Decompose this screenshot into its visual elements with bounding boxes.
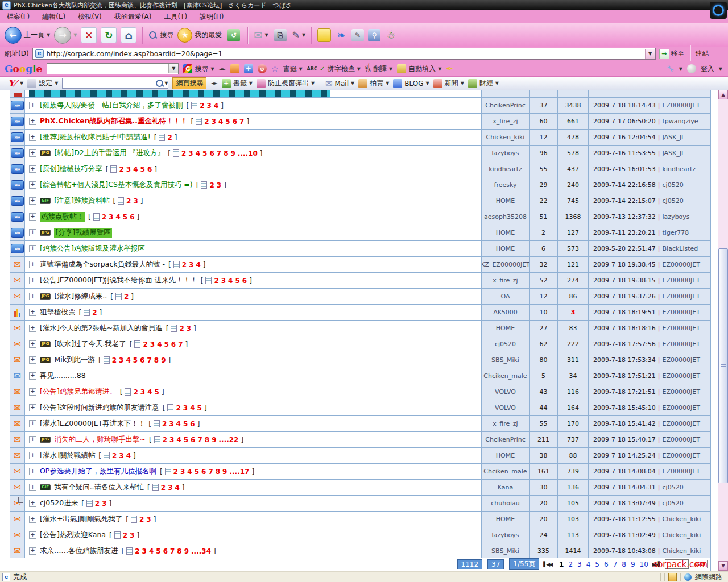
expand-icon[interactable]: +	[29, 468, 36, 475]
links-label[interactable]: 連結	[696, 49, 709, 59]
expand-icon[interactable]: +	[29, 547, 36, 555]
page-link[interactable]: 3	[183, 404, 188, 412]
thread-author[interactable]: HOME	[482, 241, 530, 256]
last-poster[interactable]: EZ00000JET	[663, 340, 700, 348]
page-link[interactable]: 3	[130, 531, 134, 539]
thread-author[interactable]: x_fire_zj	[482, 416, 530, 431]
thread-title-link[interactable]: [注意]雞族資料帖	[54, 196, 109, 206]
page-link[interactable]: 5	[235, 277, 239, 285]
page-link[interactable]: 3	[140, 388, 145, 396]
page-link[interactable]: 3	[119, 356, 123, 364]
expand-icon[interactable]: +	[29, 134, 36, 141]
page-link[interactable]: 6	[147, 165, 152, 173]
page-link[interactable]: 3	[102, 500, 106, 508]
thread-author[interactable]: SBS_Miki	[482, 352, 530, 368]
expand-icon[interactable]: +	[29, 309, 36, 316]
back-button[interactable]: ← 上一頁 ▼	[5, 27, 50, 44]
messenger-icon[interactable]: ❧	[335, 29, 348, 41]
page-link[interactable]: 7	[178, 340, 183, 348]
popup-blocker-button[interactable]: 防止視窗彈出 ▼	[257, 78, 315, 88]
page-link[interactable]: 3	[180, 468, 185, 476]
page-link[interactable]: 2	[179, 325, 184, 332]
expand-icon[interactable]: +	[29, 436, 36, 443]
page-link[interactable]: 4	[196, 261, 200, 269]
page-link[interactable]: 2	[209, 181, 214, 189]
thread-title-link[interactable]: 鸡族点歌帖！	[40, 212, 85, 222]
thread-author[interactable]: VOLVO	[482, 400, 530, 415]
last-poster[interactable]: EZ00000JET	[663, 293, 700, 300]
page-link[interactable]: 4	[133, 165, 138, 173]
page-link[interactable]: 3	[221, 277, 226, 285]
research-icon[interactable]: ⚲	[368, 29, 380, 41]
yahoo-bookmarks-button[interactable]: + 書籤 ▼	[222, 78, 253, 88]
thread-title-link[interactable]: [原创]槍械技巧分享	[40, 164, 102, 174]
thread-author[interactable]: KZ_EZ00000JET	[482, 257, 530, 272]
stop-button[interactable]: ✕	[81, 27, 97, 43]
page-link[interactable]: 4	[115, 213, 120, 221]
pagination-page-link[interactable]: 8	[622, 560, 626, 568]
url-text[interactable]: http://sorpack.com/index.asp?boardid=20&…	[47, 50, 222, 58]
menu-item-view[interactable]: 檢視(V)	[78, 12, 102, 22]
thread-title-link[interactable]: [公告]热烈欢迎Kana	[40, 530, 106, 540]
last-poster[interactable]: Chicken_kiki	[663, 547, 701, 555]
yahoo-blog-button[interactable]: BLOG ▼	[393, 79, 429, 88]
thread-title-link[interactable]: [灌水]EZ00000JET再进来下！！	[40, 419, 145, 429]
page-link[interactable]: 3	[142, 547, 147, 555]
thread-author[interactable]: lazyboys	[482, 527, 530, 543]
page-link[interactable]: 3	[187, 325, 191, 332]
yahoo-news-button[interactable]: 新聞 ▼	[433, 78, 464, 88]
page-link[interactable]: 4	[196, 149, 200, 157]
page-link[interactable]: 5	[195, 468, 199, 476]
page-link[interactable]: 6	[130, 213, 134, 221]
page-link[interactable]: 5	[202, 149, 207, 157]
forward-button[interactable]: → ▼	[54, 27, 77, 44]
page-link[interactable]: 3	[212, 118, 216, 126]
page-link[interactable]: 7	[197, 436, 202, 444]
page-link[interactable]: 6	[163, 547, 168, 555]
last-poster[interactable]: EZ00000JET	[663, 420, 700, 427]
yahoo-finance-button[interactable]: 財經 ▼	[468, 78, 499, 88]
expand-icon[interactable]: +	[29, 197, 36, 205]
last-poster[interactable]: cj0520	[663, 484, 684, 491]
expand-icon[interactable]: +	[29, 325, 36, 332]
thread-title-link[interactable]: PhX.Chicken战队内部召集..重金礼待！！！	[40, 117, 188, 126]
thread-author[interactable]: ChcikenPrinc	[482, 98, 530, 113]
page-link[interactable]: 3	[150, 340, 155, 348]
pagination-page-link[interactable]: 7	[613, 560, 618, 568]
thread-title-link[interactable]: [鸡族公告]鸡族版规及灌水举报区	[40, 244, 145, 253]
last-poster[interactable]: cj0520	[663, 500, 684, 507]
page-link[interactable]: 4	[218, 118, 223, 126]
page-link[interactable]: 2	[133, 388, 138, 396]
thread-title-link[interactable]: Mik到此一游	[54, 355, 95, 365]
page-link[interactable]: 7	[208, 468, 213, 476]
google-search-options-icon[interactable]: ▼	[210, 66, 214, 72]
yahoo-bookmarks-dropdown-icon[interactable]: ▼	[249, 81, 253, 86]
page-link[interactable]: 4	[175, 484, 180, 492]
go-button[interactable]: → 移至	[659, 49, 685, 59]
page-link[interactable]: 4	[187, 468, 192, 476]
last-poster[interactable]: EZ00000JET	[663, 277, 700, 284]
thread-author[interactable]: lazyboys	[482, 146, 530, 161]
page-link-tail[interactable]: ....22	[219, 436, 239, 444]
page-link[interactable]: 3	[217, 181, 221, 189]
page-link[interactable]: 5	[140, 165, 145, 173]
last-poster[interactable]: EZ00000JET	[663, 356, 700, 364]
thread-author[interactable]: aesoph35208	[482, 209, 530, 225]
edit-dropdown-icon[interactable]: ▼	[302, 32, 305, 38]
last-poster[interactable]: EZ00000JET	[663, 468, 700, 475]
page-link[interactable]: 2	[161, 484, 166, 492]
google-search-input[interactable]: ▼	[47, 63, 179, 74]
page-link[interactable]: 4	[126, 356, 130, 364]
expand-icon[interactable]: +	[29, 516, 36, 523]
expand-icon[interactable]: +	[29, 404, 36, 411]
thread-author[interactable]: x_fire_zj	[482, 114, 530, 129]
page-link[interactable]: 3	[189, 261, 193, 269]
expand-icon[interactable]: +	[29, 229, 36, 236]
page-link[interactable]: 5	[197, 404, 202, 412]
page-link[interactable]: 4	[228, 277, 233, 285]
last-poster[interactable]: Chicken_kiki	[663, 531, 701, 539]
page-link[interactable]: 2	[119, 165, 123, 173]
yahoo-auction-button[interactable]: 拍賣 ▼	[358, 78, 389, 88]
thread-title-link[interactable]: [灌水]修練成果..	[54, 292, 107, 301]
page-link[interactable]: 3	[126, 165, 131, 173]
